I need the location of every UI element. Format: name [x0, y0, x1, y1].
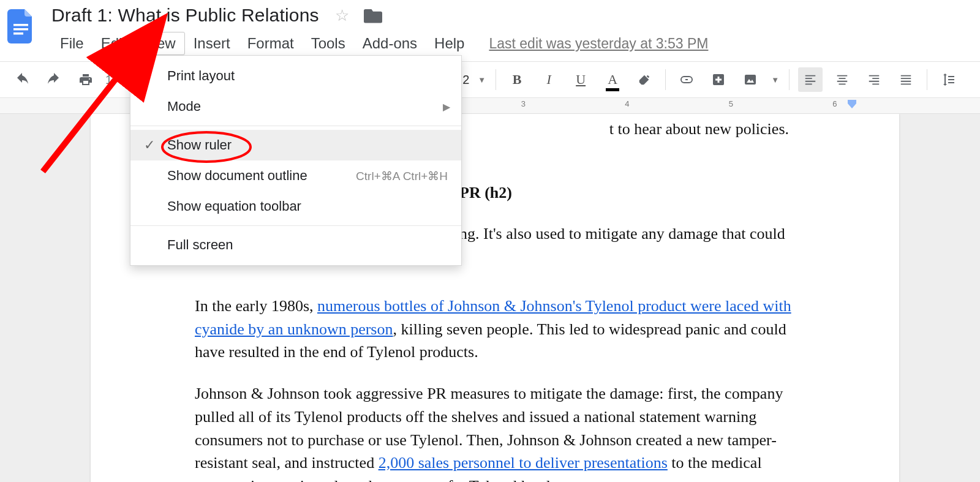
menu-help[interactable]: Help [426, 32, 473, 55]
ruler-number: 4 [625, 99, 629, 108]
menubar: File Edit View Insert Format Tools Add-o… [51, 32, 975, 55]
menu-item-label: Print layout [167, 68, 235, 84]
insert-comment-button[interactable] [706, 67, 731, 92]
paragraph[interactable]: In the early 1980s, numerous bottles of … [195, 295, 795, 364]
menu-item-print-layout[interactable]: Print layout [130, 61, 461, 91]
submenu-arrow-icon: ▶ [443, 101, 450, 113]
italic-button[interactable]: I [537, 67, 561, 92]
font-size-dropdown-icon[interactable]: ▼ [473, 75, 491, 85]
paragraph[interactable]: Johnson & Johnson took aggressive PR mea… [195, 382, 795, 482]
star-icon[interactable]: ☆ [335, 6, 349, 25]
menu-view[interactable]: View [135, 32, 185, 55]
align-buttons [794, 67, 922, 92]
menu-item-show-outline[interactable]: Show document outline Ctrl+⌘A Ctrl+⌘H [130, 160, 461, 191]
svg-rect-6 [745, 75, 756, 85]
menu-insert[interactable]: Insert [185, 32, 239, 55]
redo-button[interactable] [42, 67, 66, 92]
align-left-button[interactable] [798, 67, 823, 92]
text-color-button[interactable]: A [600, 67, 625, 92]
link-sales-presentations[interactable]: 2,000 sales personnel to deliver present… [379, 454, 668, 472]
line-spacing-button[interactable] [936, 67, 960, 92]
menu-shortcut: Ctrl+⌘A Ctrl+⌘H [356, 169, 448, 183]
separator [789, 69, 790, 90]
menu-item-mode[interactable]: Mode ▶ [130, 91, 461, 122]
menu-item-full-screen[interactable]: Full screen [130, 230, 461, 260]
underline-button[interactable]: U [568, 67, 593, 92]
menu-item-label: Show document outline [167, 168, 307, 184]
menu-edit[interactable]: Edit [92, 32, 135, 55]
ruler-number: 5 [729, 99, 733, 108]
ruler-number: 3 [521, 99, 526, 108]
insert-link-button[interactable] [674, 67, 699, 92]
svg-rect-2 [13, 32, 23, 35]
highlight-button[interactable] [632, 67, 657, 92]
docs-header: Draft 1: What is Public Relations ☆ File… [0, 0, 980, 55]
print-button[interactable] [74, 67, 98, 92]
menu-item-show-equation-toolbar[interactable]: Show equation toolbar [130, 191, 461, 222]
menu-item-label: Full screen [167, 237, 233, 253]
align-justify-button[interactable] [894, 67, 918, 92]
align-right-button[interactable] [862, 67, 886, 92]
ruler-number: 6 [832, 99, 837, 108]
insert-image-button[interactable] [738, 67, 763, 92]
align-center-button[interactable] [830, 67, 854, 92]
menu-tools[interactable]: Tools [303, 32, 354, 55]
text[interactable]: In the early 1980s, [195, 297, 317, 315]
check-icon: ✓ [144, 137, 155, 153]
menu-item-show-ruler[interactable]: ✓ Show ruler [130, 130, 461, 160]
docs-logo-icon[interactable] [5, 5, 37, 48]
menu-addons[interactable]: Add-ons [354, 32, 426, 55]
undo-button[interactable] [10, 67, 34, 92]
svg-marker-8 [848, 100, 856, 108]
separator [496, 69, 496, 90]
menu-separator [130, 225, 461, 226]
menu-item-label: Mode [167, 99, 201, 115]
image-dropdown-icon[interactable]: ▼ [766, 75, 784, 85]
menu-item-label: Show ruler [167, 137, 232, 153]
view-menu-dropdown: Print layout Mode ▶ ✓ Show ruler Show do… [130, 55, 462, 266]
separator [665, 69, 666, 90]
menu-separator [130, 126, 461, 126]
svg-rect-5 [715, 79, 722, 81]
last-edit-link[interactable]: Last edit was yesterday at 3:53 PM [489, 36, 708, 52]
svg-rect-1 [13, 28, 28, 31]
doc-title[interactable]: Draft 1: What is Public Relations [51, 5, 319, 26]
separator [927, 69, 927, 90]
menu-file[interactable]: File [51, 32, 92, 55]
move-to-folder-icon[interactable] [364, 7, 382, 23]
menu-item-label: Show equation toolbar [167, 198, 301, 214]
menu-format[interactable]: Format [239, 32, 303, 55]
svg-rect-0 [13, 24, 28, 26]
bold-button[interactable]: B [505, 67, 529, 92]
right-indent-marker-icon[interactable] [848, 100, 856, 112]
toolbar-hidden-left: 1 [102, 73, 116, 87]
